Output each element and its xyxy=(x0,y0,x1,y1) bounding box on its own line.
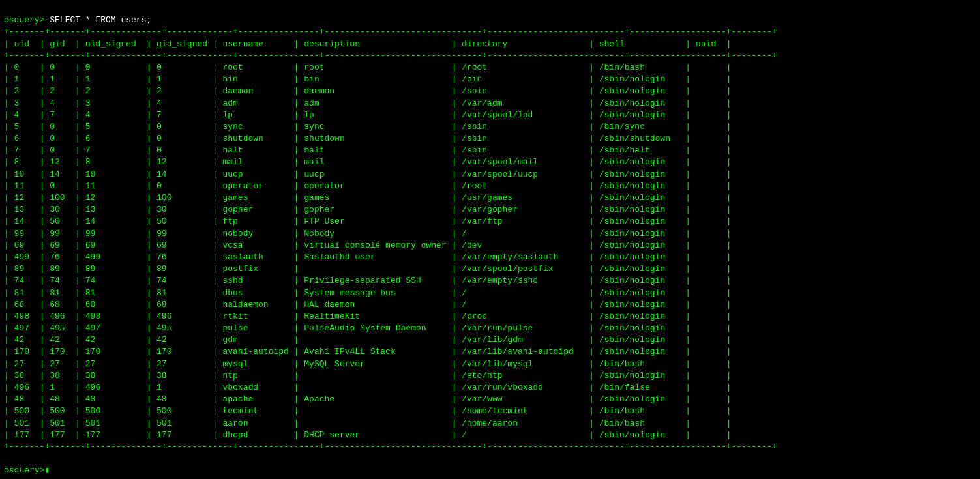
terminal-output: osquery> SELECT * FROM users; xyxy=(4,3,976,26)
prompt1: osquery> xyxy=(4,15,44,25)
prompt2: osquery> xyxy=(4,465,44,475)
query-results: +-------+-------+--------------+--------… xyxy=(4,26,976,453)
cursor: ▮ xyxy=(44,465,50,475)
prompt-line-2: osquery>▮ xyxy=(4,453,976,476)
prompt-line: osquery> SELECT * FROM users; xyxy=(4,15,151,25)
command: SELECT * FROM users; xyxy=(44,15,151,25)
